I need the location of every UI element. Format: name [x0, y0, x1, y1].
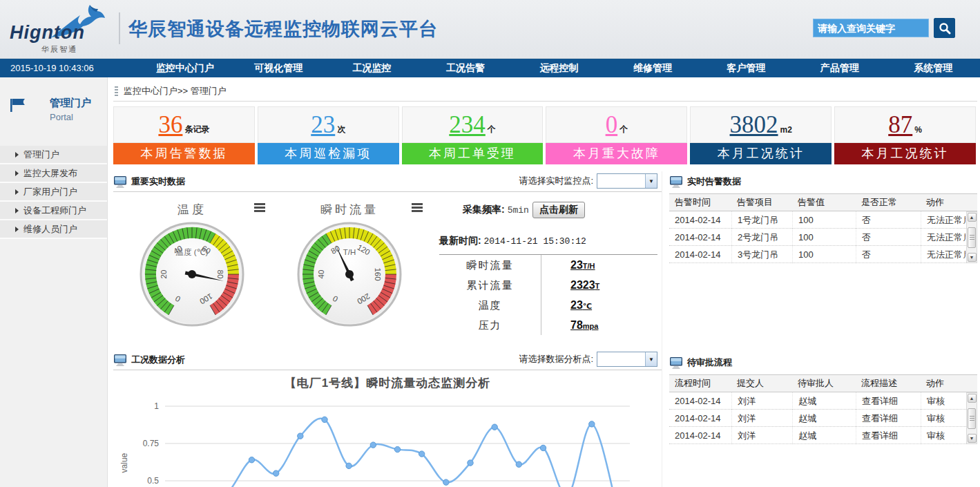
breadcrumb: 监控中心门户>> 管理门户 [113, 81, 977, 102]
table-scrollbar[interactable]: ▲▼ [966, 211, 977, 263]
search-button[interactable] [934, 18, 955, 38]
monitor-point-select[interactable]: ▼ [597, 173, 657, 189]
site-title: 华辰智通设备远程监控物联网云平台 [128, 17, 438, 41]
table-row-1[interactable]: 2014-02-14刘洋赵城查看详细审核 [669, 410, 977, 427]
flag-icon [10, 98, 26, 112]
table-scrollbar[interactable]: ▲▼ [966, 392, 977, 444]
nav-item-4[interactable]: 远程控制 [512, 62, 606, 75]
triangle-icon [15, 208, 19, 213]
svg-text:T/H: T/H [343, 248, 356, 256]
metric-row-1: 累计流量2323T [439, 275, 657, 295]
table-header: 告警时间告警项目告警值是否正常动作 [669, 193, 977, 211]
stat-value: 3802 [730, 113, 778, 137]
stat-label[interactable]: 本周巡检漏项 [258, 143, 399, 164]
svg-text:80: 80 [216, 270, 224, 279]
stat-value: 0 [606, 113, 618, 137]
scroll-down-icon[interactable]: ▼ [968, 434, 977, 443]
alarm-panel-header: 实时告警数据 [669, 171, 977, 192]
nav-item-1[interactable]: 可视化管理 [231, 62, 325, 75]
search-input[interactable] [813, 19, 929, 37]
scroll-down-icon[interactable]: ▼ [968, 253, 977, 262]
sidebar-item-0[interactable]: 管理门户 [0, 146, 107, 164]
portal-header[interactable]: 管理门户 Portal [0, 77, 107, 136]
metric-row-3: 压力78mpa [439, 315, 657, 335]
monitor-icon [669, 356, 683, 369]
nav-item-7[interactable]: 产品管理 [793, 62, 886, 75]
triangle-icon [15, 152, 19, 157]
alarm-panel: 实时告警数据 告警时间告警项目告警值是否正常动作2014-02-141号龙门吊1… [669, 171, 977, 263]
svg-text:40: 40 [317, 270, 325, 279]
sidebar-item-2[interactable]: 厂家用户门户 [0, 183, 107, 202]
stat-card-4[interactable]: 3802m2本月工况统计 [690, 106, 832, 164]
monitor-icon [669, 175, 683, 188]
search-area [813, 18, 955, 38]
table-row-0[interactable]: 2014-02-141号龙门吊100否无法正常启动 [669, 211, 977, 229]
top-header: Hignton 华辰智通 华辰智通设备远程监控物联网云平台 [0, 0, 980, 59]
portal-title: 管理门户 [50, 97, 107, 110]
flow-gauge-title: 瞬时流量 [271, 202, 428, 218]
scroll-thumb[interactable] [968, 408, 976, 429]
stat-unit: % [914, 125, 922, 135]
table-row-1[interactable]: 2014-02-142号龙门吊100否无法正常启动 [669, 229, 977, 246]
svg-text:0.5: 0.5 [147, 476, 159, 486]
refresh-button[interactable]: 点击刷新 [532, 202, 585, 218]
approval-table: 流程时间提交人待审批人流程描述动作2014-02-14刘洋赵城查看详细审核201… [669, 374, 977, 444]
flow-gauge-block: 瞬时流量 04080120160200T/H [271, 192, 428, 340]
stat-card-0[interactable]: 36条记录本周告警数据 [113, 106, 255, 164]
sidebar-item-3[interactable]: 设备工程师门户 [0, 202, 107, 220]
nav-item-5[interactable]: 维修管理 [606, 62, 699, 75]
breadcrumb-icon [115, 86, 118, 96]
analysis-point-select-label: 请选择数据分析点: [519, 353, 593, 365]
realtime-section-title: 重要实时数据 [131, 175, 185, 188]
svg-text:1: 1 [154, 401, 159, 411]
nav-items: 监控中心门户可视化管理工况监控工况告警远程控制维修管理客户管理产品管理系统管理 [138, 62, 980, 75]
stat-value: 87 [888, 113, 912, 137]
metric-row-2: 温度23℃ [439, 295, 657, 315]
stat-card-3[interactable]: 0个本月重大故障 [546, 106, 687, 164]
temperature-gauge-block: 温度 020406080100温度 (℃) [113, 192, 271, 340]
chart-title: 【电厂1号线】瞬时流量动态监测分析 [113, 375, 662, 391]
sidebar-item-1[interactable]: 监控大屏发布 [0, 164, 107, 183]
table-row-2[interactable]: 2014-02-143号龙门吊100否无法正常启动 [669, 246, 977, 263]
monitor-point-select-label: 请选择实时监控点: [519, 175, 593, 187]
stat-unit: m2 [780, 125, 792, 135]
nav-item-6[interactable]: 客户管理 [700, 62, 793, 75]
stat-label[interactable]: 本月重大故障 [546, 143, 687, 164]
monitor-icon [113, 175, 127, 188]
temperature-gauge-title: 温度 [113, 202, 271, 218]
stat-label[interactable]: 本月工况统计 [690, 143, 832, 164]
chart-context-menu-icon[interactable] [254, 203, 265, 213]
stat-value: 23 [311, 113, 335, 137]
stat-value: 36 [158, 113, 182, 137]
nav-item-0[interactable]: 监控中心门户 [138, 62, 231, 75]
analysis-section-header: 工况数据分析 请选择数据分析点: ▼ [113, 350, 662, 370]
stat-card-5[interactable]: 87%本月工况统计 [834, 106, 976, 164]
table-row-0[interactable]: 2014-02-14刘洋赵城查看详细审核 [669, 392, 977, 410]
svg-text:20: 20 [160, 270, 168, 279]
scroll-up-icon[interactable]: ▲ [968, 213, 977, 222]
analysis-point-select[interactable]: ▼ [597, 352, 657, 367]
stat-card-1[interactable]: 23次本周巡检漏项 [258, 106, 399, 164]
nav-item-2[interactable]: 工况监控 [325, 62, 419, 75]
main-content: 监控中心门户>> 管理门户 36条记录本周告警数据23次本周巡检漏项234个本周… [108, 77, 980, 487]
nav-item-8[interactable]: 系统管理 [887, 62, 980, 75]
nav-item-3[interactable]: 工况告警 [419, 62, 512, 75]
logo-subtext: 华辰智通 [41, 44, 77, 55]
stats-row: 36条记录本周告警数据23次本周巡检漏项234个本周工单受理0个本月重大故障38… [113, 106, 976, 164]
stat-card-2[interactable]: 234个本周工单受理 [402, 106, 544, 164]
collect-freq-label: 采集频率: [463, 204, 505, 216]
stat-label[interactable]: 本月工况统计 [834, 143, 976, 164]
chart-context-menu-icon[interactable] [412, 203, 423, 213]
monitor-icon [113, 354, 127, 366]
nav-timestamp: 2015-10-19 10:43:06 [0, 63, 138, 73]
triangle-icon [15, 227, 19, 232]
table-row-2[interactable]: 2014-02-14刘洋赵城查看详细审核 [669, 427, 977, 444]
main-nav: 2015-10-19 10:43:06 监控中心门户可视化管理工况监控工况告警远… [0, 59, 980, 77]
sidebar-item-4[interactable]: 维修人员门户 [0, 220, 107, 239]
scroll-thumb[interactable] [968, 227, 976, 248]
stat-label[interactable]: 本周工单受理 [402, 143, 544, 164]
left-column: 重要实时数据 请选择实时监控点: ▼ 温度 020406080100温度 (℃) [113, 171, 662, 487]
scroll-up-icon[interactable]: ▲ [968, 394, 977, 403]
analysis-section-title: 工况数据分析 [131, 354, 185, 366]
stat-label[interactable]: 本周告警数据 [113, 143, 255, 164]
